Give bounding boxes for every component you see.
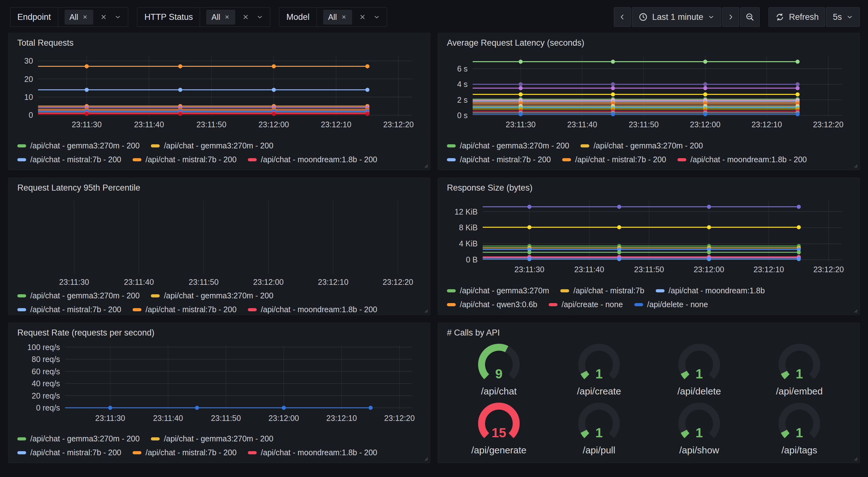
legend-item[interactable]: /api/create - none [549, 300, 623, 309]
time-series-chart[interactable]: 010203023:11:3023:11:4023:11:5023:12:002… [17, 51, 422, 130]
legend-item[interactable]: /api/chat - gemma3:270m - 200 [151, 434, 273, 443]
data-point [611, 92, 615, 96]
gauge-arc: 1 [568, 340, 630, 385]
time-forward-button[interactable] [722, 7, 739, 27]
legend-item[interactable]: /api/chat - mistral:7b - 200 [447, 155, 551, 164]
legend-item[interactable]: /api/chat - moondream:1.8b - 200 [248, 448, 377, 457]
legend-item[interactable]: /api/chat - gemma3:270m - 200 [151, 291, 273, 300]
legend-item[interactable]: /api/chat - moondream:1.8b - 200 [678, 155, 807, 164]
x-tick-label: 23:11:40 [153, 414, 183, 422]
legend-series-label: /api/chat - gemma3:270m - 200 [164, 291, 273, 300]
x-tick-label: 23:11:30 [59, 277, 89, 287]
legend-item[interactable]: /api/chat - moondream:1.8b - 200 [248, 305, 377, 314]
panel-resize-handle[interactable] [423, 162, 428, 168]
legend-item[interactable]: /api/chat - mistral:7b [560, 286, 644, 295]
legend-row: /api/chat - qwen3:0.6b/api/create - none… [447, 300, 851, 309]
panel-title[interactable]: Response Size (bytes) [447, 183, 851, 193]
legend-item[interactable]: /api/chat - moondream:1.8b - 200 [248, 155, 377, 164]
clear-filter-icon[interactable] [242, 13, 250, 21]
legend-item[interactable]: /api/chat - qwen3:0.6b [447, 300, 537, 309]
legend-item[interactable]: /api/chat - gemma3:270m - 200 [151, 141, 273, 150]
x-tick-label: 23:12:00 [253, 277, 284, 287]
gauge-arc: 9 [468, 340, 530, 385]
legend-series-marker [447, 303, 456, 306]
data-point [178, 112, 182, 116]
data-point [796, 60, 800, 64]
data-point [85, 112, 89, 116]
legend-item[interactable]: /api/delete - none [634, 300, 708, 309]
legend-item[interactable]: /api/chat - gemma3:270m - 200 [447, 141, 569, 150]
panel-resize-handle[interactable] [852, 162, 858, 168]
y-tick-label: 8 KiB [459, 223, 478, 232]
time-back-button[interactable] [614, 7, 631, 27]
filter-selected-chip[interactable]: All [65, 10, 94, 25]
legend-item[interactable]: /api/chat - mistral:7b - 200 [17, 155, 121, 164]
legend-item[interactable]: /api/chat - mistral:7b - 200 [562, 155, 666, 164]
filter-value-box[interactable]: All [200, 7, 270, 27]
x-tick-label: 23:11:30 [95, 414, 125, 422]
time-series-chart[interactable]: 0 B4 KiB8 KiB12 KiB23:11:3023:11:4023:11… [447, 196, 851, 275]
refresh-interval-picker[interactable]: 5s [826, 7, 860, 27]
legend-item[interactable]: /api/chat - gemma3:270m - 200 [17, 291, 140, 300]
legend-series-marker [581, 144, 589, 147]
gauge: 1/api/show [668, 399, 730, 455]
panel-title[interactable]: # Calls by API [447, 328, 851, 338]
legend-item[interactable]: /api/chat - gemma3:270m - 200 [17, 141, 140, 150]
y-tick-label: 0 req/s [36, 403, 60, 412]
panel-title[interactable]: Request Latency 95th Percentile [17, 183, 422, 193]
chevron-down-icon[interactable] [373, 13, 380, 21]
legend-item[interactable]: /api/chat - mistral:7b - 200 [17, 305, 121, 314]
remove-value-icon[interactable] [341, 14, 347, 20]
panel-title[interactable]: Total Requests [17, 38, 422, 48]
filter-selected-chip[interactable]: All [206, 10, 235, 25]
legend-item[interactable]: /api/chat - gemma3:270m - 200 [581, 141, 703, 150]
panel-title[interactable]: Average Request Latency (seconds) [447, 38, 851, 48]
dashboard-grid: Total Requests 010203023:11:3023:11:4023… [8, 33, 860, 463]
remove-value-icon[interactable] [82, 14, 88, 20]
time-series-chart[interactable]: 0 s2 s4 s6 s23:11:3023:11:4023:11:5023:1… [447, 51, 851, 130]
gauge-value: 1 [695, 366, 703, 381]
filter-value-box[interactable]: All [58, 7, 128, 27]
chevron-down-icon[interactable] [114, 13, 122, 21]
gauge: 1/api/delete [668, 340, 730, 397]
data-point [617, 225, 621, 229]
legend-series-label: /api/chat - gemma3:270m - 200 [593, 141, 703, 150]
chevron-down-icon[interactable] [256, 13, 264, 21]
panel-response-size: Response Size (bytes) 0 B4 KiB8 KiB12 Ki… [438, 178, 860, 315]
legend-item[interactable]: /api/chat - mistral:7b - 200 [133, 305, 237, 314]
legend-item[interactable]: /api/chat - gemma3:270m - 200 [17, 434, 140, 443]
panel-resize-handle[interactable] [852, 455, 858, 461]
legend-series-marker [656, 289, 664, 292]
legend-item[interactable]: /api/chat - mistral:7b - 200 [133, 448, 237, 457]
time-series-chart[interactable]: 23:11:3023:11:4023:11:5023:12:0023:12:10… [17, 196, 422, 287]
filter-selected-chip[interactable]: All [323, 10, 352, 25]
legend-series-label: /api/chat - mistral:7b - 200 [146, 155, 237, 164]
legend-row: /api/chat - mistral:7b - 200/api/chat - … [17, 448, 422, 457]
legend-item[interactable]: /api/chat - mistral:7b - 200 [133, 155, 237, 164]
panel-request-latency-95th: Request Latency 95th Percentile 23:11:30… [8, 178, 430, 315]
legend-item[interactable]: /api/chat - moondream:1.8b [656, 286, 765, 295]
panel-resize-handle[interactable] [423, 455, 428, 461]
refresh-icon [775, 12, 784, 22]
panel-resize-handle[interactable] [852, 307, 858, 313]
refresh-button[interactable]: Refresh [769, 7, 826, 27]
data-point [195, 406, 199, 410]
data-point [703, 60, 707, 64]
gauge-value: 1 [796, 366, 803, 381]
legend-item[interactable]: /api/chat - mistral:7b - 200 [17, 448, 121, 457]
panel-title[interactable]: Request Rate (requests per second) [17, 328, 422, 338]
panel-resize-handle[interactable] [423, 307, 428, 313]
gauge-fill [784, 431, 787, 436]
zoom-out-time-button[interactable] [740, 7, 760, 27]
time-range-picker[interactable]: Last 1 minute [632, 7, 721, 27]
variable-filter: ModelAll [279, 7, 387, 27]
remove-value-icon[interactable] [224, 14, 230, 20]
legend-item[interactable]: /api/chat - gemma3:270m [447, 286, 549, 295]
time-series-chart[interactable]: 0 req/s20 req/s40 req/s60 req/s80 req/s1… [17, 341, 422, 423]
clear-filter-icon[interactable] [359, 13, 367, 21]
data-point [707, 205, 711, 209]
data-point [365, 88, 369, 92]
clear-filter-icon[interactable] [99, 13, 108, 21]
filter-value-box[interactable]: All [317, 7, 387, 27]
x-tick-label: 23:12:10 [751, 120, 782, 129]
